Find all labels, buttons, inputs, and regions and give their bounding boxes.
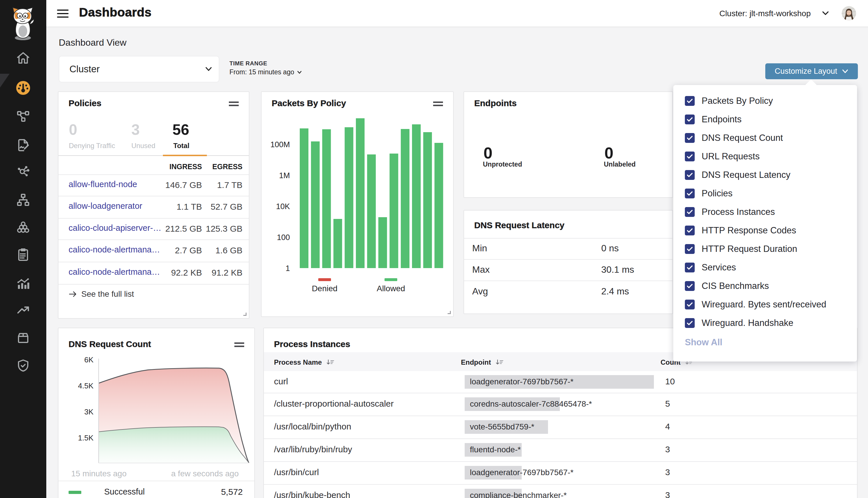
svg-text:100: 100 — [277, 233, 290, 242]
svg-text:4.5K: 4.5K — [78, 381, 94, 390]
svg-text:Denied: Denied — [312, 284, 338, 293]
svg-text:100M: 100M — [270, 140, 290, 149]
svg-text:15 minutes ago: 15 minutes ago — [71, 469, 127, 478]
svg-text:Allowed: Allowed — [377, 284, 405, 293]
svg-text:a few seconds ago: a few seconds ago — [171, 469, 239, 478]
svg-text:10K: 10K — [276, 202, 290, 211]
svg-text:1: 1 — [286, 264, 290, 273]
svg-text:1.5K: 1.5K — [78, 433, 94, 442]
svg-text:1M: 1M — [279, 171, 290, 180]
svg-text:6K: 6K — [84, 355, 93, 364]
svg-text:3K: 3K — [84, 407, 93, 416]
